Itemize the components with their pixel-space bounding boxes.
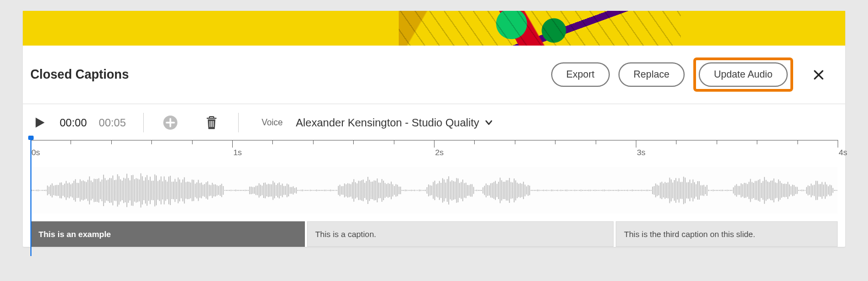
ruler-tick-label: 4s xyxy=(839,148,847,157)
slide-preview xyxy=(23,11,845,46)
playhead[interactable] xyxy=(30,137,31,256)
voice-value-text: Alexander Kensington - Studio Quality xyxy=(296,117,479,129)
ruler-tick-label: 1s xyxy=(233,148,242,157)
time-total: 00:05 xyxy=(99,117,126,129)
export-button[interactable]: Export xyxy=(551,62,610,87)
close-icon[interactable] xyxy=(809,66,828,84)
update-audio-highlight: Update Audio xyxy=(693,58,793,92)
toolbar-divider xyxy=(143,113,144,132)
play-icon[interactable] xyxy=(30,113,49,132)
delete-icon[interactable] xyxy=(202,113,221,132)
caption-segment[interactable]: This is a caption. xyxy=(307,221,614,247)
timeline-ruler[interactable]: 0s1s2s3s4s xyxy=(23,140,845,162)
add-caption-icon[interactable] xyxy=(161,113,180,132)
ruler-tick-label: 0s xyxy=(31,148,40,157)
voice-label: Voice xyxy=(261,118,283,127)
caption-segment[interactable]: This is the third caption on this slide. xyxy=(616,221,838,247)
replace-button[interactable]: Replace xyxy=(618,62,685,87)
ruler-tick-label: 2s xyxy=(435,148,444,157)
ruler-tick-label: 3s xyxy=(637,148,646,157)
time-current: 00:00 xyxy=(60,117,87,129)
voice-dropdown[interactable]: Alexander Kensington - Studio Quality xyxy=(296,117,493,129)
waveform[interactable] xyxy=(30,167,838,214)
panel-title: Closed Captions xyxy=(30,67,542,82)
update-audio-button[interactable]: Update Audio xyxy=(699,62,788,87)
caption-segment[interactable]: This is an example xyxy=(30,221,305,247)
chevron-down-icon xyxy=(484,118,493,127)
toolbar-divider-2 xyxy=(238,113,239,132)
